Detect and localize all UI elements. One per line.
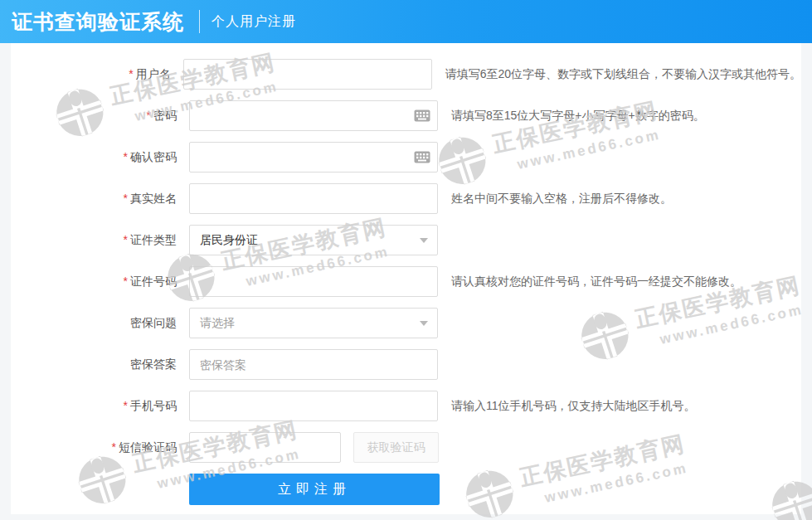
field-label: *用户名 bbox=[11, 67, 171, 82]
field-hint: 请填写6至20位字母、数字或下划线组合，不要输入汉字或其他符号。 bbox=[445, 67, 801, 82]
field-label: *真实姓名 bbox=[11, 192, 177, 207]
field-label: 密保答案 bbox=[11, 357, 177, 372]
register-button[interactable]: 立即注册 bbox=[189, 474, 440, 505]
required-asterisk: * bbox=[124, 192, 128, 205]
field-hint: 请输入11位手机号码，仅支持大陆地区手机号。 bbox=[451, 399, 696, 414]
required-asterisk: * bbox=[147, 109, 151, 122]
get-sms-code-button[interactable]: 获取验证码 bbox=[353, 432, 439, 463]
username-field[interactable] bbox=[183, 59, 432, 90]
security-answer-field[interactable] bbox=[189, 349, 438, 380]
keyboard-icon[interactable] bbox=[414, 151, 430, 163]
required-asterisk: * bbox=[129, 67, 133, 80]
phone-number-field[interactable] bbox=[189, 391, 438, 421]
form-row-security-answer: 密保答案 bbox=[11, 349, 801, 380]
required-asterisk: * bbox=[112, 440, 116, 454]
confirm-password-field[interactable] bbox=[189, 142, 438, 173]
breadcrumb: 个人用户注册 bbox=[212, 13, 296, 31]
certificate-number-field[interactable] bbox=[189, 266, 438, 297]
required-asterisk: * bbox=[124, 399, 128, 412]
form-row-sms-code: *短信验证码 获取验证码 bbox=[11, 432, 801, 463]
field-label: *证件号码 bbox=[11, 275, 177, 289]
form-row-real-name: *真实姓名 姓名中间不要输入空格，注册后不得修改。 bbox=[11, 183, 801, 214]
field-label: 密保问题 bbox=[11, 316, 177, 331]
real-name-field[interactable] bbox=[189, 183, 438, 214]
required-asterisk: * bbox=[124, 275, 128, 288]
keyboard-icon[interactable] bbox=[414, 109, 430, 122]
field-label: *密码 bbox=[11, 109, 177, 124]
form-row-username: *用户名 请填写6至20位字母、数字或下划线组合，不要输入汉字或其他符号。 bbox=[11, 59, 801, 90]
field-label: *确认密码 bbox=[11, 150, 177, 165]
field-hint: 请填写8至15位大写字母+小写字母+数字的密码。 bbox=[451, 109, 705, 124]
form-row-security-question: 密保问题 请选择 bbox=[11, 308, 801, 338]
field-hint: 请认真核对您的证件号码，证件号码一经提交不能修改。 bbox=[451, 275, 741, 289]
certificate-type-select[interactable]: 居民身份证 bbox=[189, 225, 438, 255]
required-asterisk: * bbox=[124, 150, 128, 163]
chevron-down-icon bbox=[420, 238, 428, 243]
field-label: *手机号码 bbox=[11, 399, 177, 414]
form-row-certificate-type: *证件类型 居民身份证 bbox=[11, 225, 801, 255]
required-asterisk: * bbox=[124, 233, 128, 246]
form-row-password: *密码 请填写8至15位大写字母+小写字母+数字的密码。 bbox=[11, 100, 801, 131]
app-header: 证书查询验证系统 个人用户注册 bbox=[0, 0, 812, 43]
form-row-confirm-password: *确认密码 bbox=[11, 142, 801, 173]
password-field[interactable] bbox=[189, 100, 438, 131]
sms-code-field[interactable] bbox=[189, 432, 341, 463]
registration-form-panel: *用户名 请填写6至20位字母、数字或下划线组合，不要输入汉字或其他符号。 *密… bbox=[11, 43, 801, 514]
field-label: *证件类型 bbox=[11, 233, 177, 248]
chevron-down-icon bbox=[420, 321, 428, 326]
field-label: *短信验证码 bbox=[11, 440, 177, 455]
form-row-phone-number: *手机号码 请输入11位手机号码，仅支持大陆地区手机号。 bbox=[11, 391, 801, 421]
security-question-select[interactable]: 请选择 bbox=[189, 308, 438, 338]
form-row-certificate-number: *证件号码 请认真核对您的证件号码，证件号码一经提交不能修改。 bbox=[11, 266, 801, 297]
field-hint: 姓名中间不要输入空格，注册后不得修改。 bbox=[451, 192, 672, 207]
header-divider bbox=[199, 10, 200, 33]
page-title: 证书查询验证系统 bbox=[12, 8, 184, 36]
